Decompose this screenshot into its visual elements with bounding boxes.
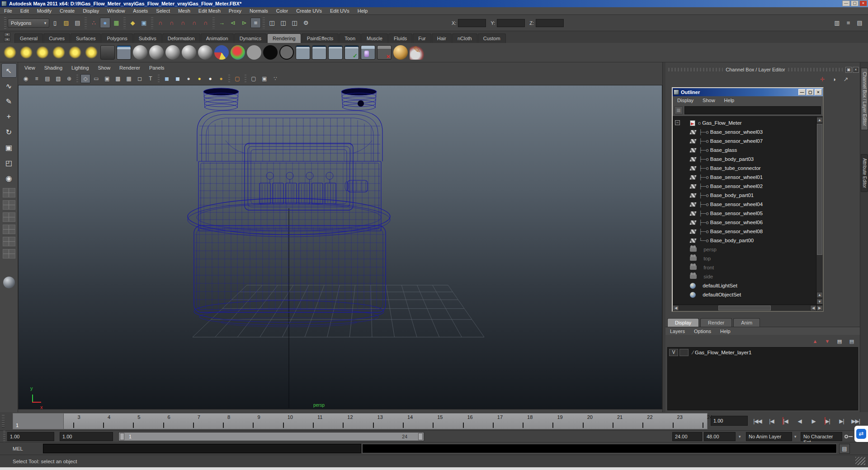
open-render-view-icon[interactable]: ◫	[267, 18, 277, 28]
playback-start-field[interactable]: 1.00	[60, 432, 113, 441]
panel-menu-shading[interactable]: Shading	[40, 65, 67, 71]
outliner-item-persp[interactable]: persp	[673, 245, 816, 254]
outliner-item-base-body-part01[interactable]: ├─oBase_body_part01	[673, 191, 816, 200]
menu-modify[interactable]: Modify	[33, 8, 56, 14]
wireframe-display-icon[interactable]: ◇	[80, 74, 90, 83]
render-layers-window-icon[interactable]	[361, 45, 375, 60]
character-set-field[interactable]: No Character Set	[801, 432, 842, 441]
xray-joints-icon[interactable]: ▣	[259, 74, 269, 83]
outliner-item-defaultobjectset[interactable]: defaultObjectSet	[673, 290, 816, 299]
outliner-item-base-sensor-wheel06[interactable]: ├─oBase_sensor_wheel06	[673, 218, 816, 227]
shelf-tab-rendering[interactable]: Rendering	[267, 33, 301, 43]
lambert-material-icon[interactable]	[165, 45, 180, 60]
pan-zoom-icon[interactable]: ⊕	[64, 74, 74, 83]
move-layer-down-icon[interactable]: ▼	[823, 337, 832, 345]
shelf-tab-menu-icon[interactable]: ▾	[4, 38, 10, 42]
scrollbar-track[interactable]	[679, 305, 810, 311]
scroll-left-icon[interactable]: ◀	[673, 305, 679, 311]
output-connections-icon[interactable]: ⊳	[239, 18, 250, 28]
outliner-item-front[interactable]: front	[673, 263, 816, 272]
time-slider-grip[interactable]	[2, 415, 5, 428]
field-chart-icon[interactable]: ▦	[124, 74, 134, 83]
outliner-vertical-scrollbar[interactable]: ▲ ▲ ▼	[816, 117, 823, 305]
soft-modification-tool[interactable]: ◉	[1, 171, 17, 185]
outliner-maximize-button[interactable]: ▢	[807, 89, 814, 95]
minimize-button[interactable]: —	[842, 0, 850, 6]
teamviewer-overlay-icon[interactable]: ⇄	[854, 426, 868, 442]
outliner-item-gas-flow-meter[interactable]: −oGas_Flow_Meter	[673, 118, 816, 127]
last-tool-sphere-icon[interactable]	[3, 277, 15, 288]
shelf-tab-custom[interactable]: Custom	[478, 33, 506, 43]
window-resize-grip[interactable]	[855, 457, 865, 465]
vertical-tab-attribute-editor[interactable]: Attribute Editor	[861, 154, 868, 192]
shelf-tab-fluids[interactable]: Fluids	[388, 33, 412, 43]
paint-effects-brush-icon[interactable]	[410, 45, 424, 60]
use-background-icon[interactable]	[263, 45, 278, 60]
outliner-menu-show[interactable]: Show	[698, 98, 720, 103]
go-to-end-button[interactable]: ▶▶|	[849, 415, 863, 427]
panel-menu-show[interactable]: Show	[94, 65, 115, 71]
rotate-tool[interactable]: ↻	[1, 125, 17, 139]
menu-edit-uvs[interactable]: Edit UVs	[326, 8, 354, 14]
outliner-menu-display[interactable]: Display	[673, 98, 698, 103]
outliner-item-side[interactable]: side	[673, 272, 816, 281]
current-frame-marker[interactable]: 1	[13, 414, 64, 429]
menu-normals[interactable]: Normals	[245, 8, 272, 14]
shelf-menu-icon[interactable]: ▾	[4, 33, 10, 37]
shelf-tab-fur[interactable]: Fur	[413, 33, 431, 43]
render-current-frame-icon[interactable]: ◫	[278, 18, 288, 28]
tab-display[interactable]: Display	[667, 318, 699, 327]
outliner-item-base-sensor-wheel04[interactable]: ├─oBase_sensor_wheel04	[673, 200, 816, 209]
show-hide-tool-settings-icon[interactable]: ≡	[843, 18, 854, 28]
scroll-down-icon[interactable]: ▼	[816, 299, 823, 305]
batch-render-icon[interactable]	[312, 45, 326, 60]
ambient-light-icon[interactable]	[68, 45, 82, 60]
menu-create[interactable]: Create	[56, 8, 79, 14]
outliner-item-base-sensor-wheel07[interactable]: ├─oBase_sensor_wheel07	[673, 136, 816, 146]
move-layer-up-icon[interactable]: ▲	[811, 337, 820, 345]
area-light-icon[interactable]	[35, 45, 50, 60]
shelf-tab-animation[interactable]: Animation	[201, 33, 234, 43]
outliner-item-base-sensor-wheel03[interactable]: ├─oBase_sensor_wheel03	[673, 127, 816, 136]
shaderfx-sphere-icon[interactable]	[393, 45, 408, 60]
lasso-select-tool[interactable]: ∿	[1, 79, 17, 93]
outliner-search-input[interactable]	[684, 106, 821, 114]
outliner-menu-help[interactable]: Help	[720, 98, 739, 103]
shelf-tab-general[interactable]: General	[14, 33, 43, 43]
mel-label[interactable]: MEL	[13, 446, 23, 451]
chevron-down-icon[interactable]: ▾	[739, 434, 741, 439]
phong-e-material-icon[interactable]	[198, 45, 212, 60]
panel-splitter[interactable]	[662, 62, 665, 412]
step-forward-key-button[interactable]: ▶|	[821, 415, 835, 427]
vertical-tab-channel-box-layer-editor[interactable]: Channel Box / Layer Editor	[861, 68, 868, 130]
blinn-material-icon[interactable]	[149, 45, 164, 60]
remove-render-layer-icon[interactable]	[377, 45, 392, 60]
play-forwards-button[interactable]: ▶	[807, 415, 821, 427]
outliner-item-base-sensor-wheel02[interactable]: ├─oBase_sensor_wheel02	[673, 182, 816, 191]
outliner-item-base-sensor-wheel05[interactable]: ├─oBase_sensor_wheel05	[673, 209, 816, 218]
select-by-object-icon[interactable]: ●	[100, 18, 110, 28]
playback-end-field[interactable]: 24.00	[672, 432, 702, 441]
title-bar[interactable]: Autodesk Maya 2011 x64: D:\9\Gas_Flow_Me…	[0, 0, 868, 7]
outliner-item-base-sensor-wheel08[interactable]: ├─oBase_sensor_wheel08	[673, 227, 816, 236]
select-by-component-icon[interactable]: ▦	[111, 18, 122, 28]
status-line-grip[interactable]	[4, 17, 6, 29]
paint-selection-tool[interactable]: ✎	[1, 94, 17, 108]
menu-select[interactable]: Select	[152, 8, 174, 14]
panel-menu-renderer[interactable]: Renderer	[115, 65, 145, 71]
step-forward-frame-button[interactable]: ▶|	[835, 415, 849, 427]
outliner-minimize-button[interactable]: —	[798, 89, 806, 95]
menu-edit[interactable]: Edit	[16, 8, 33, 14]
panel-close-icon[interactable]: ×	[853, 67, 859, 73]
default-lighting-icon[interactable]: ●	[194, 74, 204, 83]
ramp-shader-icon[interactable]	[231, 45, 245, 60]
show-hide-channel-box-icon[interactable]: ▥	[832, 18, 842, 28]
shelf-tab-polygons[interactable]: Polygons	[101, 33, 132, 43]
shelf-tab-toon[interactable]: Toon	[339, 33, 361, 43]
tab-anim[interactable]: Anim	[733, 318, 760, 327]
chevron-down-icon[interactable]: ▾	[794, 434, 797, 439]
render-view-window-icon[interactable]	[296, 45, 310, 60]
range-end-handle[interactable]	[418, 433, 423, 440]
bookmarks-icon[interactable]: ▤	[42, 74, 52, 83]
shelf-tab-hair[interactable]: Hair	[432, 33, 452, 43]
